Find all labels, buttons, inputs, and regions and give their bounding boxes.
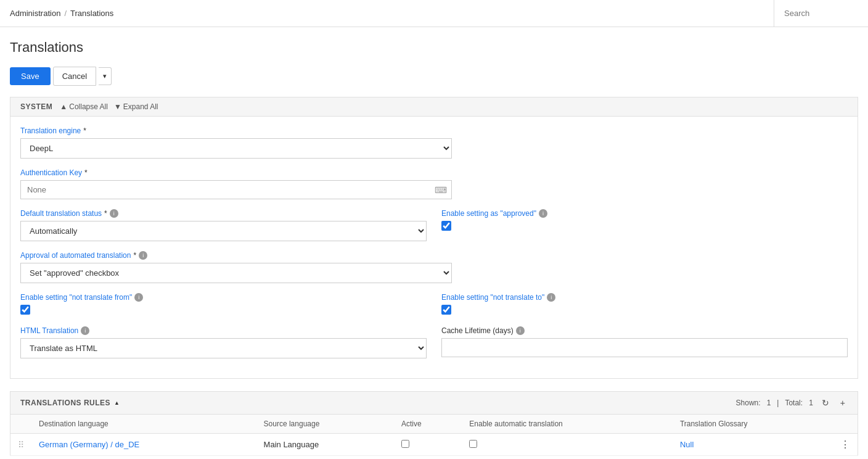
breadcrumb-admin: Administration — [10, 9, 60, 18]
default-status-row: Default translation status * i Automatic… — [20, 209, 848, 241]
translations-rules-section: TRANSLATIONS RULES ▲ Shown: 1 | Total: 1… — [10, 391, 858, 456]
translations-rules-title: TRANSLATIONS RULES — [20, 399, 110, 407]
translations-header-left: TRANSLATIONS RULES ▲ — [20, 399, 120, 407]
html-translation-select[interactable]: Translate as HTML Do not translate HTML … — [20, 338, 427, 358]
collapse-all-link[interactable]: ▲ Collapse All — [60, 102, 108, 111]
actions-col-header — [833, 415, 858, 434]
not-translate-from-info-icon: i — [134, 293, 143, 302]
not-translate-to-info-icon: i — [547, 293, 555, 302]
chevron-up-icon: ▲ — [60, 102, 67, 111]
main-content: Translations Save Cancel ▾ SYSTEM ▲ Coll… — [0, 27, 868, 456]
page-title: Translations — [10, 39, 858, 56]
shown-label: Shown: — [736, 399, 761, 407]
translation-engine-label: Translation engine * — [20, 126, 452, 135]
approval-row: Approval of automated translation * i Se… — [20, 251, 848, 283]
collapse-label: Collapse All — [69, 102, 108, 111]
top-nav: Administration / Translations — [0, 0, 868, 27]
html-translation-label: HTML Translation i — [20, 326, 427, 335]
expand-label: Expand All — [123, 102, 158, 111]
auth-key-col: Authentication Key * ⌨ — [20, 168, 452, 199]
active-cell[interactable] — [394, 434, 462, 456]
html-translation-col: HTML Translation i Translate as HTML Do … — [20, 326, 427, 358]
breadcrumb-current: Translations — [70, 9, 113, 18]
translation-engine-col: Translation engine * DeepL Google Micros… — [20, 126, 452, 159]
default-status-col: Default translation status * i Automatic… — [20, 209, 427, 241]
auth-key-label: Authentication Key * — [20, 168, 452, 177]
default-status-label: Default translation status * i — [20, 209, 427, 218]
search-area[interactable] — [774, 0, 858, 27]
html-cache-row: HTML Translation i Translate as HTML Do … — [20, 326, 848, 358]
translation-engine-row: Translation engine * DeepL Google Micros… — [20, 126, 848, 159]
refresh-button[interactable]: ↻ — [819, 397, 832, 409]
table-header-row: Destination language Source language Act… — [10, 415, 858, 434]
not-translate-from-label: Enable setting "not translate from" i — [20, 293, 427, 302]
default-status-info-icon: i — [110, 209, 118, 218]
add-rule-button[interactable]: + — [838, 397, 848, 409]
destination-cell: German (Germany) / de_DE — [31, 434, 256, 456]
system-section-title: SYSTEM — [20, 102, 52, 111]
translation-engine-select[interactable]: DeepL Google Microsoft — [20, 138, 452, 159]
shown-value: 1 — [767, 399, 771, 407]
not-translate-to-checkbox[interactable] — [441, 305, 451, 315]
enable-approved-checkbox[interactable] — [441, 221, 451, 231]
form-area: Translation engine * DeepL Google Micros… — [10, 117, 858, 379]
drag-handle-col-header — [10, 415, 32, 434]
save-button[interactable]: Save — [10, 67, 51, 85]
not-translate-from-col: Enable setting "not translate from" i — [20, 293, 427, 316]
auto-translation-cell[interactable] — [462, 434, 673, 456]
glossary-col-header: Translation Glossary — [673, 415, 833, 434]
breadcrumb-separator: / — [64, 9, 67, 18]
cancel-dropdown-button[interactable]: ▾ — [99, 67, 112, 85]
approval-select[interactable]: Set "approved" checkbox Do not set Alway… — [20, 263, 452, 283]
cancel-button[interactable]: Cancel — [53, 67, 96, 86]
html-translation-info-icon: i — [81, 326, 89, 335]
system-section-header: SYSTEM ▲ Collapse All ▼ Expand All — [10, 97, 858, 117]
auth-key-row: Authentication Key * ⌨ — [20, 168, 848, 199]
total-label: Total: — [785, 399, 803, 407]
approval-label: Approval of automated translation * i — [20, 251, 452, 260]
search-input[interactable] — [784, 9, 858, 18]
not-translate-to-label: Enable setting "not translate to" i — [441, 293, 848, 302]
not-translate-from-checkbox[interactable] — [20, 305, 30, 315]
row-menu-button[interactable]: ⋮ — [840, 439, 850, 450]
row-actions-cell: ⋮ — [833, 434, 858, 456]
source-col-header: Source language — [256, 415, 394, 434]
destination-col-header: Destination language — [31, 415, 256, 434]
glossary-cell: Null — [673, 434, 833, 456]
total-value: 1 — [809, 399, 813, 407]
active-col-header: Active — [394, 415, 462, 434]
section-header-actions: ▲ Collapse All ▼ Expand All — [60, 102, 158, 111]
approval-info-icon: i — [139, 251, 147, 260]
breadcrumb: Administration / Translations — [10, 9, 113, 18]
enable-approved-col: Enable setting as "approved" i — [441, 209, 848, 241]
default-status-select[interactable]: Automatically Pending Approved — [20, 221, 427, 241]
auth-key-input[interactable] — [20, 180, 452, 199]
rules-table: Destination language Source language Act… — [10, 415, 858, 456]
cache-lifetime-col: Cache Lifetime (days) i — [441, 326, 848, 358]
auto-translation-col-header: Enable automatic translation — [462, 415, 673, 434]
source-cell: Main Language — [256, 434, 394, 456]
total-sep: | — [777, 399, 779, 407]
rules-table-body: ⠿ German (Germany) / de_DE Main Language… — [10, 434, 858, 456]
expand-all-link[interactable]: ▼ Expand All — [114, 102, 158, 111]
chevron-up-icon-rules: ▲ — [114, 400, 120, 406]
translations-header-right: Shown: 1 | Total: 1 ↻ + — [736, 397, 848, 409]
key-icon: ⌨ — [435, 185, 447, 195]
table-row: ⠿ German (Germany) / de_DE Main Language… — [10, 434, 858, 456]
not-translate-to-col: Enable setting "not translate to" i — [441, 293, 848, 316]
cache-lifetime-info-icon: i — [516, 326, 525, 335]
cache-lifetime-label: Cache Lifetime (days) i — [441, 326, 848, 335]
chevron-down-icon: ▼ — [114, 102, 121, 111]
enable-approved-label: Enable setting as "approved" i — [441, 209, 848, 218]
auth-key-input-wrapper: ⌨ — [20, 180, 452, 199]
translations-rules-header: TRANSLATIONS RULES ▲ Shown: 1 | Total: 1… — [10, 391, 858, 415]
toolbar: Save Cancel ▾ — [10, 67, 858, 86]
not-translate-row: Enable setting "not translate from" i En… — [20, 293, 848, 316]
enable-approved-info-icon: i — [539, 209, 547, 218]
cache-lifetime-input[interactable] — [441, 338, 848, 357]
approval-col: Approval of automated translation * i Se… — [20, 251, 452, 283]
drag-handle-cell: ⠿ — [10, 434, 32, 456]
